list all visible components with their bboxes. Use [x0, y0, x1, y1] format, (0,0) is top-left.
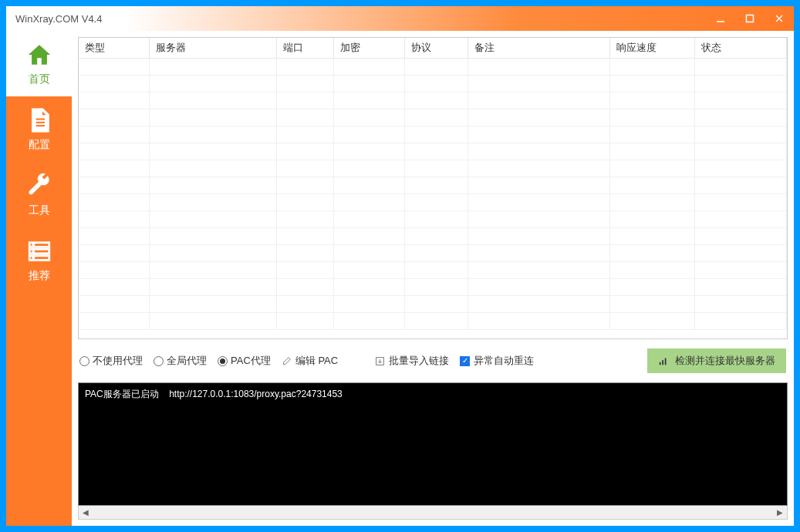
- table-row[interactable]: [79, 228, 787, 245]
- radio-label: 全局代理: [167, 354, 207, 368]
- server-table[interactable]: 类型 服务器 端口 加密 协议 备注 响应速度 状态: [78, 37, 788, 339]
- document-icon: [26, 107, 52, 133]
- col-type[interactable]: 类型: [79, 38, 150, 59]
- col-encrypt[interactable]: 加密: [333, 38, 404, 59]
- svg-point-11: [32, 251, 33, 251]
- svg-rect-14: [660, 362, 661, 365]
- table-row[interactable]: [79, 109, 787, 126]
- edit-pac-button[interactable]: 编辑 PAC: [282, 354, 338, 368]
- table-row[interactable]: [79, 194, 787, 211]
- import-icon: [375, 356, 385, 366]
- console-line: PAC服务器已启动 http://127.0.0.1:1083/proxy.pa…: [85, 389, 343, 399]
- radio-pac-proxy[interactable]: PAC代理: [218, 354, 271, 368]
- svg-rect-1: [747, 15, 754, 22]
- checkbox-icon: [460, 356, 470, 366]
- link-label: 批量导入链接: [389, 354, 449, 368]
- close-button[interactable]: [765, 6, 794, 31]
- sidebar-item-label: 工具: [29, 204, 50, 217]
- table-row[interactable]: [79, 313, 787, 330]
- button-label: 检测并连接最快服务器: [675, 354, 775, 368]
- window-title: WinXray.COM V4.4: [15, 13, 706, 25]
- table-row[interactable]: [79, 160, 787, 177]
- scroll-right-icon[interactable]: ▶: [773, 506, 787, 519]
- bulk-import-button[interactable]: 批量导入链接: [375, 354, 449, 368]
- auto-reconnect-checkbox[interactable]: 异常自动重连: [460, 354, 534, 368]
- table-row[interactable]: [79, 211, 787, 228]
- signal-icon: [658, 355, 669, 366]
- sidebar-item-config[interactable]: 配置: [6, 96, 72, 162]
- radio-global-proxy[interactable]: 全局代理: [154, 354, 207, 368]
- table-row[interactable]: [79, 262, 787, 279]
- radio-icon: [79, 356, 89, 366]
- controls-bar: 不使用代理 全局代理 PAC代理 编辑 PAC: [78, 345, 788, 376]
- sidebar: 首页 配置 工具 推荐: [6, 31, 72, 526]
- col-speed[interactable]: 响应速度: [609, 38, 694, 59]
- sidebar-item-label: 首页: [29, 72, 50, 86]
- sidebar-item-tools[interactable]: 工具: [6, 162, 72, 227]
- sidebar-item-label: 推荐: [29, 269, 50, 283]
- server-icon: [26, 238, 52, 264]
- maximize-button[interactable]: [735, 6, 765, 31]
- radio-no-proxy[interactable]: 不使用代理: [79, 354, 143, 368]
- radio-icon: [218, 356, 228, 366]
- titlebar: WinXray.COM V4.4: [6, 6, 794, 31]
- table-row[interactable]: [79, 296, 787, 313]
- table-row[interactable]: [79, 245, 787, 262]
- col-status[interactable]: 状态: [694, 38, 786, 59]
- table-row[interactable]: [79, 279, 787, 296]
- table-row[interactable]: [79, 126, 787, 143]
- table-row[interactable]: [79, 76, 787, 93]
- col-protocol[interactable]: 协议: [404, 38, 468, 59]
- radio-icon: [154, 356, 164, 366]
- svg-point-10: [32, 244, 33, 244]
- table-row[interactable]: [79, 143, 787, 160]
- radio-label: PAC代理: [231, 354, 271, 368]
- checkbox-label: 异常自动重连: [474, 354, 534, 368]
- console-output[interactable]: PAC服务器已启动 http://127.0.0.1:1083/proxy.pa…: [78, 382, 788, 506]
- detect-fastest-button[interactable]: 检测并连接最快服务器: [647, 348, 786, 373]
- table-header-row: 类型 服务器 端口 加密 协议 备注 响应速度 状态: [79, 38, 787, 59]
- sidebar-item-recommend[interactable]: 推荐: [6, 227, 72, 293]
- radio-label: 不使用代理: [93, 354, 143, 368]
- sidebar-item-home[interactable]: 首页: [6, 31, 72, 96]
- edit-icon: [282, 356, 292, 366]
- svg-rect-15: [662, 360, 663, 365]
- link-label: 编辑 PAC: [295, 354, 338, 368]
- col-port[interactable]: 端口: [277, 38, 333, 59]
- horizontal-scrollbar[interactable]: ◀ ▶: [78, 506, 788, 520]
- svg-point-12: [32, 257, 33, 258]
- col-remark[interactable]: 备注: [468, 38, 610, 59]
- table-row[interactable]: [79, 59, 787, 76]
- svg-rect-16: [665, 359, 667, 365]
- table-row[interactable]: [79, 177, 787, 194]
- scroll-track[interactable]: [93, 506, 773, 519]
- sidebar-item-label: 配置: [29, 138, 50, 152]
- wrench-icon: [26, 173, 52, 199]
- table-row[interactable]: [79, 93, 787, 109]
- col-server[interactable]: 服务器: [150, 38, 277, 59]
- minimize-button[interactable]: [706, 6, 735, 31]
- home-icon: [26, 42, 52, 68]
- scroll-left-icon[interactable]: ◀: [79, 506, 93, 519]
